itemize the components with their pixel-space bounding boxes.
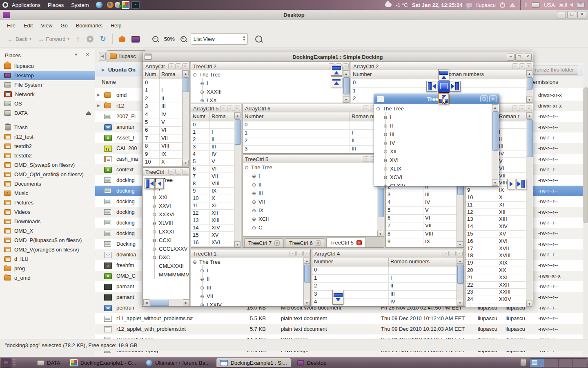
tree-item[interactable]: XXXIII: [191, 88, 343, 96]
panel-titlebar[interactable]: ArrayCtrl 6 ▾–✕: [243, 104, 384, 113]
table-row[interactable]: 3III: [143, 103, 183, 111]
dock-minimize-button[interactable]: –: [507, 54, 514, 61]
table-row[interactable]: 7VII: [191, 173, 234, 180]
float-maximize-button[interactable]: ▢: [480, 95, 488, 102]
sidebar-item[interactable]: File System: [0, 80, 95, 90]
sidebar-item[interactable]: Downloads: [0, 217, 95, 226]
tree-item[interactable]: VII: [243, 197, 377, 206]
panel-menu-icon[interactable]: ▾: [512, 105, 518, 111]
dock-cross-up[interactable]: [438, 69, 449, 80]
sidebar-item[interactable]: Trash: [0, 123, 95, 132]
table-row[interactable]: 12XII: [466, 209, 526, 216]
table-row[interactable]: 19XIX: [466, 260, 526, 267]
table-column-headers[interactable]: NumberRoman numbers: [243, 112, 377, 122]
tree-root[interactable]: The Tree: [374, 104, 492, 113]
table-row[interactable]: 13XIII: [191, 217, 234, 224]
table-row[interactable]: 15XV: [466, 231, 526, 238]
taskbar-window-button[interactable]: DockingExample1 : Si...: [216, 358, 291, 368]
table-row[interactable]: 21XXI: [466, 274, 526, 282]
tree-item[interactable]: LXXXI: [143, 227, 189, 236]
table-row[interactable]: 7VII: [143, 135, 183, 143]
tree-item[interactable]: XII: [374, 147, 492, 156]
weather-icon[interactable]: [385, 3, 392, 7]
sidebar-item[interactable]: Music: [0, 188, 95, 198]
sidebar-item[interactable]: Desktop: [0, 71, 95, 80]
table-row[interactable]: 11XI: [466, 202, 526, 209]
select-stepper-icon[interactable]: ▲▼: [243, 35, 246, 42]
panel-titlebar[interactable]: ArrayCtr ▾–✕: [143, 62, 189, 71]
taskbar-window-button[interactable]: Desktop: [294, 358, 330, 367]
vertical-scrollbar[interactable]: ▲▼: [182, 70, 189, 166]
panel-titlebar[interactable]: ArrayCtrl 4 ▾–✕: [312, 249, 463, 258]
dock-cross-left[interactable]: [426, 81, 437, 92]
window-titlebar[interactable]: Desktop – ▢ ✕: [0, 10, 588, 20]
horizontal-scrollbar[interactable]: ◀▶: [143, 299, 189, 306]
system-monitor-launcher-icon[interactable]: ⌁: [131, 1, 140, 9]
sidebar-dropdown-icon[interactable]: ▾: [75, 52, 77, 57]
table-row[interactable]: 14XIV: [466, 223, 526, 231]
panel-minimize-icon[interactable]: –: [450, 251, 456, 256]
panel-menu-icon[interactable]: ▾: [290, 251, 296, 256]
dock-tab[interactable]: TreeCtrl 5✕: [326, 237, 366, 248]
sidebar-item[interactable]: Pictures: [0, 198, 95, 207]
table-row[interactable]: 15XV: [191, 232, 234, 239]
table-row[interactable]: 8VIII: [191, 180, 234, 188]
table-row[interactable]: 3III: [243, 146, 377, 154]
tree-item[interactable]: I: [374, 113, 492, 121]
sidebar-header[interactable]: Places ▾ ✕: [0, 49, 95, 61]
workspace-3[interactable]: [559, 359, 573, 367]
vertical-scrollbar[interactable]: ▲▼: [343, 70, 350, 103]
table-row[interactable]: 0: [191, 121, 234, 129]
tree-item[interactable]: XLIX: [374, 164, 492, 173]
workspace-4[interactable]: [573, 359, 587, 367]
minimize-button[interactable]: –: [557, 11, 566, 18]
table-row[interactable]: 3III: [191, 144, 234, 151]
panel-close-icon[interactable]: ✕: [182, 63, 188, 69]
table-row[interactable]: 6VI: [191, 166, 234, 173]
tree-item[interactable]: XCII: [243, 215, 377, 223]
zoom-out-button[interactable]: −: [150, 34, 161, 44]
desktop-button[interactable]: [129, 34, 142, 44]
tree-item[interactable]: XVI: [374, 156, 492, 164]
panel-menu[interactable]: Applications: [8, 0, 44, 10]
table-row[interactable]: 3III: [386, 191, 457, 199]
workspace-1[interactable]: [530, 359, 544, 367]
table-row[interactable]: 0: [243, 121, 377, 130]
firefox-launcher-icon[interactable]: [107, 2, 114, 8]
panel-menu-icon[interactable]: ▾: [220, 105, 226, 111]
tree-item[interactable]: CMLXXXII: [143, 262, 189, 270]
panel-close-icon[interactable]: ✕: [457, 251, 463, 256]
sync-folder-button[interactable]: ronize this folder: [530, 65, 578, 75]
dock-tab[interactable]: TreeCtrl 6✕: [285, 238, 325, 247]
dock-maximize-button[interactable]: ▢: [515, 54, 523, 61]
table-row[interactable]: 4IV: [143, 111, 183, 119]
back-button[interactable]: ←Back▾: [5, 34, 33, 44]
tree-item[interactable]: I: [191, 266, 304, 275]
float-titlebar[interactable]: TreeCtr ▢ ✕: [374, 94, 499, 104]
table-row[interactable]: 2II: [191, 136, 234, 144]
dock-indicator-right-inner[interactable]: [507, 179, 515, 189]
tree-item[interactable]: LXXIV: [191, 301, 304, 306]
sidebar-item[interactable]: Documents: [0, 179, 95, 188]
tree-item[interactable]: III: [374, 130, 492, 139]
sidebar-item[interactable]: OS: [0, 99, 95, 108]
sidebar-item[interactable]: OMD_V(orange$ on filesrv): [0, 245, 95, 254]
table-column-headers[interactable]: NumRoma: [143, 70, 183, 80]
sidebar-item[interactable]: DATA: [0, 108, 95, 118]
table-row[interactable]: 10X: [191, 195, 234, 202]
tree-item[interactable]: XLVIII: [143, 219, 189, 227]
tree-item[interactable]: LXX: [191, 96, 343, 103]
tree-item[interactable]: XXXVI: [143, 210, 189, 219]
panel-titlebar[interactable]: TreeCtrl 2 ▾–✕: [191, 62, 350, 71]
tab-close-icon[interactable]: ✕: [274, 240, 280, 246]
theide-launcher-icon[interactable]: [122, 1, 129, 9]
panel-menu-icon[interactable]: ▾: [168, 63, 174, 69]
menu-item[interactable]: Bookmarks: [72, 21, 106, 30]
vertical-scrollbar[interactable]: ▲▼: [526, 70, 533, 103]
panel-close-icon[interactable]: ✕: [303, 251, 310, 256]
table-row[interactable]: 0: [312, 267, 457, 275]
tree-item[interactable]: III: [191, 283, 304, 292]
table-row[interactable]: 2II: [312, 283, 457, 291]
panel-close-icon[interactable]: ✕: [526, 63, 532, 69]
tree-root[interactable]: The Tree: [191, 258, 304, 266]
